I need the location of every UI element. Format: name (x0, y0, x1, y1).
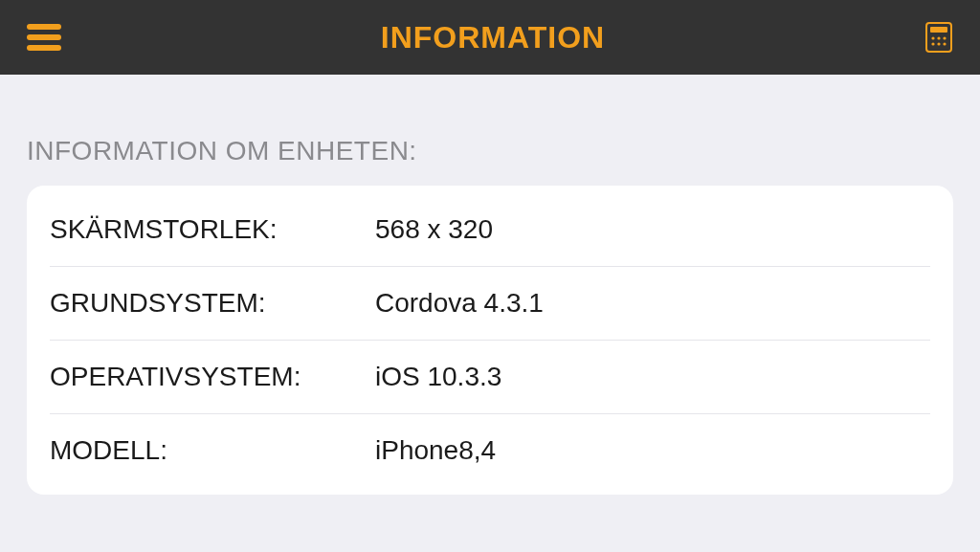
row-model: MODELL: iPhone8,4 (50, 413, 930, 487)
info-card: SKÄRMSTORLEK: 568 x 320 GRUNDSYSTEM: Cor… (27, 186, 953, 495)
menu-bar (27, 45, 61, 51)
svg-rect-1 (930, 27, 947, 33)
section-title: INFORMATION OM ENHETEN: (27, 136, 953, 166)
svg-point-4 (943, 36, 946, 39)
row-label: OPERATIVSYSTEM: (50, 362, 375, 392)
svg-point-7 (943, 42, 946, 45)
row-operating-system: OPERATIVSYSTEM: iOS 10.3.3 (50, 340, 930, 413)
svg-point-5 (931, 42, 934, 45)
svg-point-6 (937, 42, 940, 45)
content-area: INFORMATION OM ENHETEN: SKÄRMSTORLEK: 56… (0, 75, 980, 495)
calculator-icon[interactable] (924, 21, 953, 54)
menu-bar (27, 34, 61, 40)
row-label: SKÄRMSTORLEK: (50, 214, 375, 245)
row-value: iPhone8,4 (375, 435, 496, 466)
row-base-system: GRUNDSYSTEM: Cordova 4.3.1 (50, 266, 930, 340)
row-value: 568 x 320 (375, 214, 493, 245)
app-header: INFORMATION (0, 0, 980, 75)
svg-point-2 (931, 36, 934, 39)
row-label: GRUNDSYSTEM: (50, 288, 375, 319)
menu-bar (27, 24, 61, 30)
row-value: iOS 10.3.3 (375, 362, 501, 392)
page-title: INFORMATION (381, 20, 605, 55)
row-value: Cordova 4.3.1 (375, 288, 544, 319)
row-screen-size: SKÄRMSTORLEK: 568 x 320 (27, 193, 953, 266)
svg-point-3 (937, 36, 940, 39)
row-label: MODELL: (50, 435, 375, 466)
menu-icon[interactable] (27, 24, 61, 51)
